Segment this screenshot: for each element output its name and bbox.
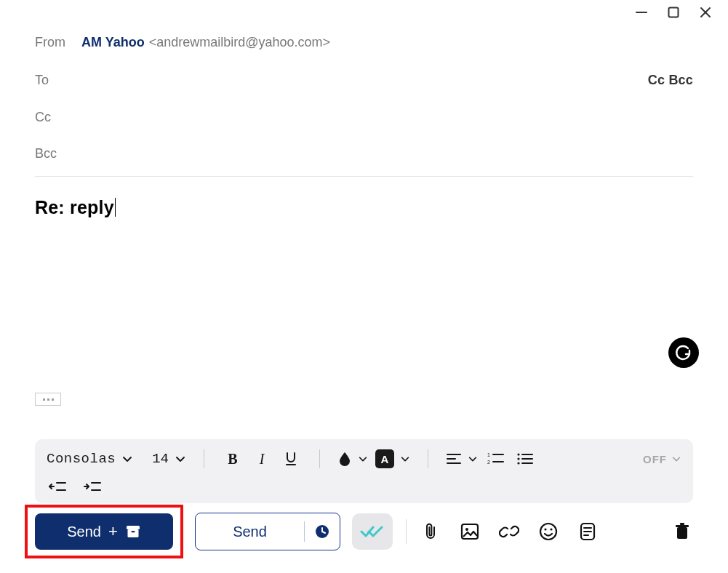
close-button[interactable]: [699, 6, 712, 19]
highlight-a-icon: A: [375, 449, 394, 468]
bold-button[interactable]: B: [222, 448, 244, 470]
signature-toggle[interactable]: [35, 393, 61, 406]
action-bar: Send + Send: [0, 505, 728, 558]
svg-rect-39: [680, 523, 684, 525]
svg-point-30: [540, 524, 556, 540]
minimize-icon: [635, 6, 648, 19]
separator: [428, 449, 428, 468]
emoji-icon: [539, 522, 558, 541]
svg-rect-23: [127, 529, 138, 537]
image-icon: [460, 523, 479, 540]
svg-rect-38: [676, 525, 689, 527]
close-icon: [699, 6, 712, 19]
maximize-icon: [667, 6, 680, 19]
align-left-icon: [446, 452, 462, 465]
svg-rect-37: [677, 527, 687, 539]
from-row[interactable]: From AM Yahoo <andrewmailbird@yahoo.com>: [35, 23, 693, 61]
message-body[interactable]: [35, 224, 693, 406]
svg-point-14: [517, 462, 519, 464]
minimize-button[interactable]: [635, 6, 648, 19]
archive-icon: [125, 524, 141, 539]
svg-text:2: 2: [487, 460, 490, 465]
send-and-archive-button[interactable]: Send +: [35, 513, 173, 550]
chevron-down-icon: [175, 453, 186, 465]
bullet-list-icon: [516, 452, 534, 466]
formatting-off-toggle[interactable]: OFF: [643, 453, 681, 465]
maximize-button[interactable]: [667, 6, 680, 19]
formatting-row-1: Consolas 14 B I A: [47, 448, 681, 470]
attach-button[interactable]: [420, 521, 441, 542]
bcc-toggle[interactable]: Bcc: [668, 73, 693, 87]
paperclip-icon: [423, 522, 439, 541]
from-account-name: AM Yahoo: [81, 35, 145, 50]
text-cursor: [115, 198, 116, 217]
to-row[interactable]: To Cc Bcc: [35, 61, 693, 99]
grammarly-badge[interactable]: [668, 337, 699, 368]
schedule-send-button[interactable]: [305, 524, 340, 540]
compose-window: From AM Yahoo <andrewmailbird@yahoo.com>…: [0, 0, 728, 573]
bcc-row[interactable]: Bcc: [35, 135, 693, 172]
font-family-dropdown[interactable]: Consolas: [47, 451, 133, 467]
header-divider: [35, 176, 693, 177]
separator: [319, 449, 320, 468]
to-label: To: [35, 73, 81, 88]
separator: [406, 519, 407, 544]
numbered-list-button[interactable]: 1 2: [485, 448, 507, 470]
insert-emoji-button[interactable]: [537, 521, 559, 542]
subject-field[interactable]: Re: reply: [35, 177, 116, 224]
bcc-label: Bcc: [35, 146, 81, 161]
italic-button[interactable]: I: [251, 448, 273, 470]
off-label-text: OFF: [643, 453, 667, 465]
insert-link-button[interactable]: [498, 521, 520, 542]
indent-button[interactable]: [81, 476, 103, 497]
send-button[interactable]: Send: [195, 513, 340, 550]
cc-bcc-toggles: Cc Bcc: [648, 73, 693, 88]
formatting-row-2: [47, 470, 681, 497]
window-titlebar: [0, 0, 728, 23]
formatting-toolbar: Consolas 14 B I A: [35, 439, 693, 503]
from-label: From: [35, 35, 81, 50]
subject-text: Re: reply: [35, 197, 114, 217]
font-name-label: Consolas: [47, 451, 116, 467]
send-outline-label: Send: [196, 524, 304, 540]
plus-icon: +: [108, 522, 118, 541]
cc-row[interactable]: Cc: [35, 99, 693, 135]
font-size-label: 14: [152, 451, 169, 467]
link-icon: [499, 523, 519, 540]
underline-icon: [284, 451, 298, 467]
insert-image-button[interactable]: [459, 521, 481, 542]
text-color-dropdown[interactable]: [337, 451, 368, 467]
annotation-highlight: Send +: [25, 505, 183, 558]
ink-drop-icon: [337, 451, 352, 467]
dot-icon: [43, 398, 45, 401]
dot-icon: [47, 398, 49, 401]
bullet-list-button[interactable]: [514, 448, 536, 470]
chevron-down-icon: [468, 454, 478, 464]
separator: [204, 449, 204, 468]
highlight-color-dropdown[interactable]: A: [375, 449, 410, 468]
svg-rect-22: [127, 526, 140, 529]
chevron-down-icon: [671, 454, 681, 464]
chevron-down-icon: [400, 454, 410, 464]
cc-toggle[interactable]: Cc: [648, 73, 665, 87]
read-receipt-toggle[interactable]: [352, 513, 393, 550]
align-dropdown[interactable]: [446, 452, 478, 465]
insert-template-button[interactable]: [577, 521, 599, 542]
discard-button[interactable]: [671, 521, 693, 542]
grammarly-icon: [675, 344, 692, 361]
trash-icon: [674, 522, 690, 541]
double-check-icon: [360, 524, 385, 539]
font-size-dropdown[interactable]: 14: [152, 451, 186, 467]
chevron-down-icon: [358, 454, 368, 464]
note-icon: [579, 522, 596, 541]
outdent-button[interactable]: [47, 476, 68, 497]
compose-content: From AM Yahoo <andrewmailbird@yahoo.com>…: [0, 23, 728, 406]
svg-point-29: [465, 528, 468, 531]
underline-button[interactable]: [280, 448, 302, 470]
outdent-icon: [48, 480, 67, 493]
svg-rect-24: [131, 531, 135, 532]
from-account-email: <andrewmailbird@yahoo.com>: [149, 35, 330, 50]
cc-label: Cc: [35, 110, 81, 125]
insert-icons: [420, 521, 599, 542]
indent-icon: [83, 480, 102, 493]
